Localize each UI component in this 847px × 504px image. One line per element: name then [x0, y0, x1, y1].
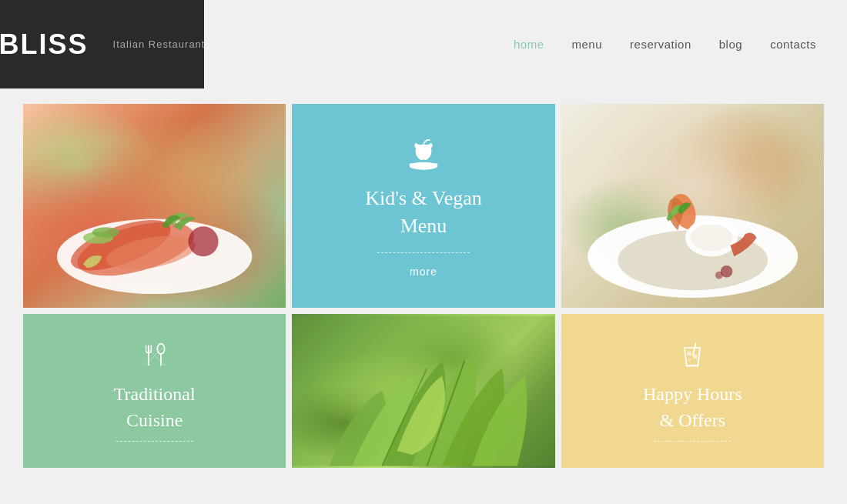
nav-reservation[interactable]: reservation	[630, 38, 691, 51]
salmon-illustration	[23, 104, 286, 308]
traditional-divider	[116, 441, 193, 442]
svg-point-12	[690, 224, 732, 251]
svg-point-20	[157, 344, 164, 354]
svg-point-14	[715, 272, 723, 279]
content-grid: Kid's & VeganMenu more	[0, 88, 847, 483]
nav-menu[interactable]: menu	[572, 38, 603, 51]
utensils-icon	[139, 340, 170, 371]
drink-icon	[677, 340, 708, 371]
vegan-title: Kid's & VeganMenu	[365, 185, 482, 241]
nav-home[interactable]: home	[514, 38, 544, 51]
happy-hours-card[interactable]: Happy Hours& Offers	[561, 314, 824, 468]
nav-contacts[interactable]: contacts	[770, 38, 816, 51]
salmon-image	[23, 104, 286, 308]
nav-blog[interactable]: blog	[719, 38, 742, 51]
svg-line-26	[693, 342, 696, 355]
herbs-illustration	[292, 314, 554, 468]
svg-rect-8	[410, 163, 438, 165]
svg-rect-28	[688, 352, 691, 355]
main-nav: home menu reservation blog contacts	[514, 38, 816, 51]
svg-point-31	[695, 349, 696, 351]
vegan-menu-card[interactable]: Kid's & VeganMenu more	[292, 104, 554, 308]
seafood-image	[561, 104, 824, 308]
svg-point-30	[689, 359, 691, 361]
happy-hours-title: Happy Hours& Offers	[643, 382, 742, 433]
svg-rect-29	[693, 355, 697, 359]
herbs-image	[292, 314, 554, 468]
logo-subtitle: Italian Restaurant	[113, 38, 206, 50]
traditional-title: TraditionalCuisine	[114, 382, 196, 433]
logo-name: BLISS	[0, 28, 89, 61]
header: BLISS Italian Restaurant home menu reser…	[0, 0, 847, 88]
svg-point-6	[189, 226, 219, 256]
traditional-cuisine-card[interactable]: TraditionalCuisine	[23, 314, 286, 468]
happy-hours-divider	[654, 441, 731, 442]
svg-point-5	[92, 227, 119, 238]
vegan-icon	[404, 134, 443, 172]
seafood-illustration	[561, 104, 824, 308]
svg-point-7	[410, 162, 438, 169]
logo-block: BLISS Italian Restaurant	[0, 0, 204, 88]
vegan-more-link[interactable]: more	[410, 265, 437, 278]
vegan-divider	[377, 252, 470, 253]
